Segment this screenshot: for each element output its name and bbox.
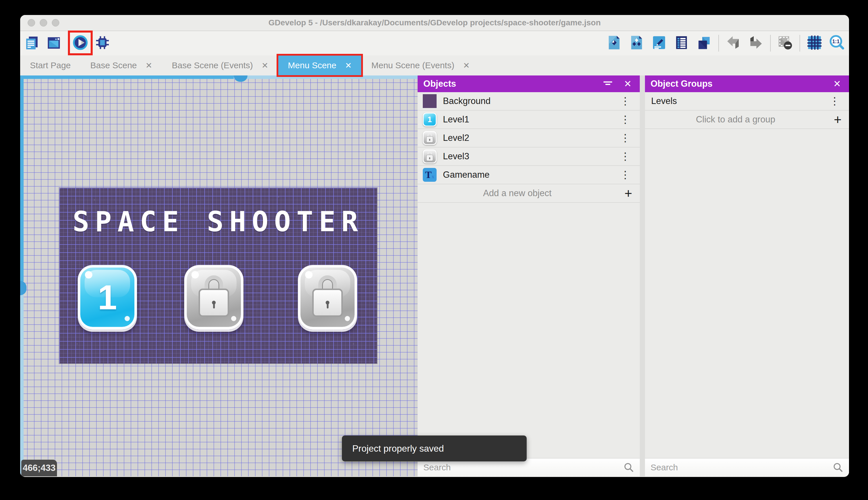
background-thumbnail [423,94,437,108]
locked-button-thumbnail [423,131,437,145]
window-icon [46,35,62,52]
play-icon [72,35,89,52]
horizontal-scrollbar-thumb[interactable] [234,76,247,82]
level1-button-instance[interactable]: 1 [78,265,137,329]
mask-icon [777,35,793,52]
groups-search-input[interactable] [650,462,833,473]
object-row-background[interactable]: Background ⋮ [418,92,640,111]
debug-button[interactable] [94,35,110,51]
main-toolbar: 1:1 [20,31,849,55]
level3-button-instance[interactable] [298,265,357,329]
level1-button-thumbnail: 1 [423,113,437,126]
tab-menu-scene-events[interactable]: Menu Scene (Events) ✕ [362,55,480,76]
close-icon[interactable]: ✕ [622,78,634,89]
close-icon[interactable]: ✕ [831,78,843,89]
close-window-button[interactable] [28,19,35,26]
plus-icon[interactable]: + [617,186,640,200]
toolbar-separator [770,35,771,52]
close-icon[interactable]: ✕ [145,61,152,70]
objects-panel-title: Objects [423,79,595,89]
filter-icon[interactable] [601,78,614,90]
panel-divider[interactable] [640,76,645,476]
toast-message: Project properly saved [352,443,444,454]
object-row-gamename[interactable]: Tx Gamename ⋮ [418,166,640,184]
level2-button-instance[interactable] [184,265,244,329]
close-icon[interactable]: ✕ [463,61,470,70]
vertical-scrollbar-thumb[interactable] [20,281,26,295]
undo-arrow-icon [725,35,741,52]
lock-icon [198,275,230,317]
toolbar-separator [799,35,800,52]
save-toast: Project properly saved [342,435,527,462]
maximize-window-button[interactable] [52,19,59,26]
content-row: SPACE SHOOTER 1 [20,76,849,476]
cursor-coordinates: 466;433 [21,460,57,476]
objects-panel-header: Objects ✕ [418,76,640,92]
add-group-button[interactable]: Click to add a group + [645,111,849,129]
group-row-levels[interactable]: Levels ⋮ [645,92,849,111]
add-object-button[interactable]: Add a new object + [418,184,640,203]
play-button[interactable] [72,35,89,51]
editor-tabs: Start Page Base Scene ✕ Base Scene (Even… [20,55,849,76]
screen: GDevelop 5 - /Users/dkarakay/Documents/G… [0,0,868,500]
kebab-menu-icon[interactable]: ⋮ [616,170,635,180]
gdevelop-window: GDevelop 5 - /Users/dkarakay/Documents/G… [20,15,849,477]
lock-icon [312,275,343,317]
scene-editor-button[interactable] [46,35,62,51]
plus-icon[interactable]: + [826,113,849,126]
close-icon[interactable]: ✕ [262,61,268,70]
open-instances-list-button[interactable] [673,35,690,51]
object-groups-panel: Object Groups ✕ Levels ⋮ Click to add a … [645,76,849,476]
object-row-level3[interactable]: Level3 ⋮ [418,147,640,166]
svg-text:1:1: 1:1 [832,38,840,44]
background-stars [59,188,60,189]
search-icon[interactable] [832,462,844,473]
kebab-menu-icon[interactable]: ⋮ [616,133,635,143]
open-layers-editor-button[interactable] [696,35,712,51]
zoom-original-button[interactable]: 1:1 [829,35,845,51]
editor-toolbar-right: 1:1 [606,35,845,51]
bug-icon [94,35,110,52]
properties-pencil-icon [651,35,667,52]
kebab-menu-icon[interactable]: ⋮ [616,96,635,106]
horizontal-scrollbar[interactable] [20,76,418,79]
window-controls [28,19,59,26]
redo-button[interactable] [748,35,764,51]
search-icon[interactable] [623,462,635,473]
kebab-menu-icon[interactable]: ⋮ [616,151,635,162]
toggle-mask-button[interactable] [777,35,793,51]
tab-start-page[interactable]: Start Page [20,55,81,76]
instances-list-icon [673,35,690,52]
objects-panel: Objects ✕ Background ⋮ [418,76,640,476]
open-objects-editor-button[interactable] [606,35,622,51]
vertical-scrollbar[interactable] [20,76,24,476]
gamename-text-instance[interactable]: SPACE SHOOTER [59,206,377,238]
toggle-grid-button[interactable] [806,35,822,51]
objects-search-input[interactable] [423,462,623,473]
close-icon[interactable]: ✕ [345,61,352,70]
tab-base-scene[interactable]: Base Scene ✕ [81,55,162,76]
menu-scene-background-instance[interactable]: SPACE SHOOTER 1 [59,188,377,363]
scene-canvas[interactable]: SPACE SHOOTER 1 [20,76,418,476]
toolbar-separator [718,35,719,52]
tab-base-scene-events[interactable]: Base Scene (Events) ✕ [162,55,278,76]
layers-icon [696,35,712,52]
zoom-1-1-icon: 1:1 [829,35,845,52]
open-properties-button[interactable] [651,35,667,51]
minimize-window-button[interactable] [40,19,47,26]
kebab-menu-icon[interactable]: ⋮ [616,114,635,125]
project-manager-button[interactable] [24,35,40,51]
object-groups-panel-title: Object Groups [651,79,824,89]
project-manager-icon [24,35,40,52]
text-object-thumbnail: Tx [423,168,437,182]
open-object-groups-editor-button[interactable] [629,35,645,51]
tab-menu-scene[interactable]: Menu Scene ✕ [278,55,362,76]
grid-icon [806,35,822,52]
object-row-level2[interactable]: Level2 ⋮ [418,129,640,147]
kebab-menu-icon[interactable]: ⋮ [825,96,844,106]
groups-search-bar [645,458,849,476]
object-groups-document-icon [629,35,645,52]
undo-button[interactable] [725,35,741,51]
title-bar: GDevelop 5 - /Users/dkarakay/Documents/G… [20,15,849,31]
object-row-level1[interactable]: 1 Level1 ⋮ [418,111,640,129]
